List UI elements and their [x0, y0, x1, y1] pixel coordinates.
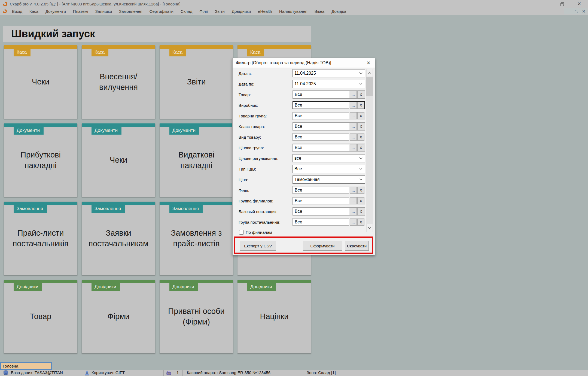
tab-holovna[interactable]: Головна	[0, 362, 52, 370]
lookup-clear-button[interactable]: X	[357, 187, 364, 194]
lookup-more-button[interactable]: …	[350, 144, 357, 151]
filiia-lookup[interactable]: … X	[293, 186, 365, 194]
tovarna-grupa-input[interactable]	[293, 112, 349, 119]
lookup-more-button[interactable]: …	[350, 208, 357, 215]
vyd-tovaru-input[interactable]	[293, 134, 349, 141]
scrollbar-thumb[interactable]	[366, 77, 373, 96]
menu-dovidnyky[interactable]: Довідники	[228, 8, 254, 15]
chevron-down-icon[interactable]	[357, 72, 365, 74]
filiia-input[interactable]	[293, 187, 349, 194]
tile-dov-pryvatni-osoby[interactable]: Довідники Приватні особи (Фірми)	[160, 280, 233, 353]
menu-sertyfikaty[interactable]: Сертифікати	[146, 8, 177, 15]
tile-dov-tovar[interactable]: Довідники Товар	[4, 280, 77, 353]
vyrobnyk-input[interactable]	[293, 102, 349, 109]
dialog-close-button[interactable]: ×	[365, 60, 371, 66]
cancel-button[interactable]: Скасувати	[345, 241, 369, 251]
tile-kasa-zvity[interactable]: Каса Звіти	[160, 45, 233, 119]
scroll-up-icon[interactable]	[366, 69, 373, 77]
grupa-postachalnykiv-lookup[interactable]: … X	[293, 218, 365, 226]
bazovyi-postavshchyk-input[interactable]	[293, 208, 349, 215]
dialog-title-bar[interactable]: Фильтр [Оборот товара за период (Надія Т…	[233, 58, 375, 68]
tsinove-reguliuvannia-input[interactable]	[293, 156, 357, 161]
scroll-down-icon[interactable]	[366, 224, 373, 232]
lookup-more-button[interactable]: …	[350, 102, 357, 109]
lookup-clear-button[interactable]: X	[357, 197, 364, 204]
lookup-clear-button[interactable]: X	[357, 134, 364, 141]
bazovyi-postavshchyk-lookup[interactable]: … X	[293, 207, 365, 216]
menu-platezhi[interactable]: Платежі	[69, 8, 92, 15]
chevron-down-icon[interactable]	[357, 178, 365, 181]
menu-filii[interactable]: Філії	[196, 8, 211, 15]
typ-pdv-combobox[interactable]	[293, 165, 365, 173]
tile-zam-z-price-lists[interactable]: Замовлення Замовлення з прайс-листів	[160, 202, 233, 275]
vyrobnyk-lookup[interactable]: … X	[293, 101, 365, 109]
menu-dokumenty[interactable]: Документи	[42, 8, 69, 15]
menu-sklad[interactable]: Склад	[177, 8, 196, 15]
tsinova-grupa-lookup[interactable]: … X	[293, 144, 365, 152]
chevron-down-icon[interactable]	[357, 83, 365, 85]
tovarna-grupa-lookup[interactable]: … X	[293, 112, 365, 120]
lookup-clear-button[interactable]: X	[357, 112, 364, 119]
tile-dov-firmy[interactable]: Довідники Фірми	[82, 280, 155, 353]
tovar-input[interactable]	[293, 91, 349, 98]
klass-tovara-lookup[interactable]: … X	[293, 122, 365, 131]
tovar-lookup[interactable]: … X	[293, 90, 365, 99]
lookup-more-button[interactable]: …	[350, 197, 357, 204]
vyd-tovaru-lookup[interactable]: … X	[293, 133, 365, 141]
chevron-down-icon[interactable]	[357, 157, 365, 159]
tile-dov-natsinky[interactable]: Довідники Націнки	[237, 280, 311, 353]
lookup-clear-button[interactable]: X	[357, 91, 364, 98]
lookup-more-button[interactable]: …	[350, 219, 357, 226]
menu-ehealth[interactable]: eHealth	[254, 8, 276, 15]
lookup-clear-button[interactable]: X	[357, 102, 364, 109]
date-to-input[interactable]	[293, 81, 357, 86]
tile-kasa-cheky[interactable]: Каса Чеки	[4, 45, 77, 119]
menu-vikna[interactable]: Вікна	[311, 8, 328, 15]
close-button[interactable]: ×	[571, 0, 588, 8]
date-from-input[interactable]	[293, 71, 357, 76]
menu-nalashtuvannia[interactable]: Налаштування	[276, 8, 311, 15]
tsinova-grupa-input[interactable]	[293, 144, 349, 151]
lookup-clear-button[interactable]: X	[357, 219, 364, 226]
lookup-more-button[interactable]: …	[350, 134, 357, 141]
date-to-combobox[interactable]	[293, 80, 365, 88]
dialog-scrollbar[interactable]	[366, 69, 373, 232]
generate-button[interactable]: Сформувати	[303, 241, 342, 251]
menu-dovidka[interactable]: Довідка	[328, 8, 350, 15]
lookup-more-button[interactable]: …	[350, 187, 357, 194]
grupa-filialov-input[interactable]	[293, 197, 349, 204]
mdi-restore-button[interactable]	[572, 8, 580, 14]
menu-zamovlennia[interactable]: Замовлення	[115, 8, 146, 15]
date-from-combobox[interactable]	[293, 69, 365, 77]
klass-tovara-input[interactable]	[293, 123, 349, 130]
minimize-button[interactable]: —	[536, 0, 553, 8]
mdi-minimize-button[interactable]: _	[564, 8, 572, 14]
menu-zalyshky[interactable]: Залишки	[92, 8, 116, 15]
lookup-clear-button[interactable]: X	[357, 123, 364, 130]
typ-pdv-input[interactable]	[293, 166, 357, 171]
tile-zam-price-lists[interactable]: Замовлення Прайс-листи постачальників	[4, 202, 77, 275]
lookup-more-button[interactable]: …	[350, 91, 357, 98]
mdi-close-button[interactable]: ×	[580, 8, 587, 14]
grupa-filialov-lookup[interactable]: … X	[293, 197, 365, 205]
tile-dok-vydatkovi[interactable]: Документи Видаткові накладні	[160, 123, 233, 197]
tsina-combobox[interactable]	[293, 175, 365, 184]
chevron-down-icon[interactable]	[357, 168, 365, 170]
tile-dok-prybutkovi[interactable]: Документи Прибуткові накладні	[4, 123, 77, 197]
lookup-clear-button[interactable]: X	[357, 144, 364, 151]
tsinove-reguliuvannia-combobox[interactable]	[293, 154, 365, 162]
restore-button[interactable]	[553, 0, 571, 8]
tsina-input[interactable]	[293, 177, 357, 182]
tile-dok-cheky[interactable]: Документи Чеки	[82, 123, 155, 197]
export-csv-button[interactable]: Експорт у CSV	[240, 241, 276, 251]
menu-zvity[interactable]: Звіти	[211, 8, 228, 15]
grupa-postachalnykiv-input[interactable]	[293, 219, 349, 226]
lookup-more-button[interactable]: …	[350, 123, 357, 130]
menu-vykhid[interactable]: Вихід	[8, 8, 26, 15]
lookup-clear-button[interactable]: X	[357, 208, 364, 215]
tile-zam-zaiavky[interactable]: Замовлення Заявки постачальникам	[82, 202, 155, 275]
tile-kasa-vnesennia[interactable]: Каса Внесення/вилучення	[82, 45, 155, 119]
by-branches-checkbox[interactable]	[239, 230, 244, 235]
menu-kasa[interactable]: Каса	[26, 8, 42, 15]
lookup-more-button[interactable]: …	[350, 112, 357, 119]
